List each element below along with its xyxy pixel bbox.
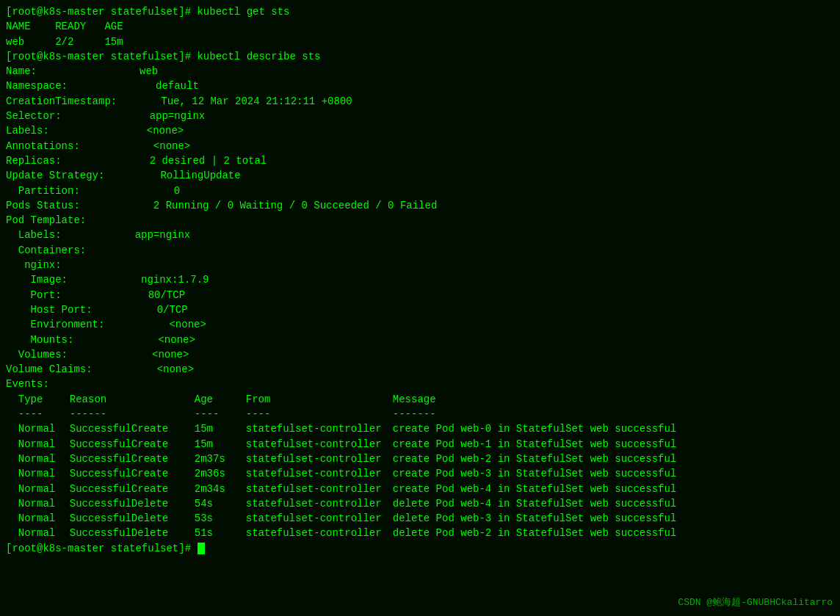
event-type: Normal bbox=[18, 526, 70, 540]
event-row: NormalSuccessfulDelete54sstatefulset-con… bbox=[6, 496, 834, 511]
event-age: 53s bbox=[195, 511, 246, 526]
creation-value: Tue, 12 Mar 2024 21:12:11 +0800 bbox=[161, 95, 352, 107]
event-from: statefulset-controller bbox=[246, 482, 393, 496]
describe-annotations: Annotations:<none> bbox=[6, 139, 834, 153]
volumes-line: Volumes:<none> bbox=[6, 347, 834, 362]
image-label: Image: bbox=[6, 274, 68, 286]
event-type: Normal bbox=[18, 496, 70, 511]
event-reason: SuccessfulDelete bbox=[70, 526, 195, 540]
event-message: delete Pod web-2 in StatefulSet web succ… bbox=[393, 527, 676, 539]
replicas-value: 2 desired | 2 total bbox=[150, 155, 267, 167]
environment-line: Environment:<none> bbox=[6, 317, 834, 332]
host-port-value: 0/TCP bbox=[157, 304, 188, 316]
name-label: Name: bbox=[6, 65, 37, 77]
pod-template-label: Pod Template: bbox=[6, 213, 834, 228]
event-from: statefulset-controller bbox=[246, 496, 393, 511]
cmd-get-sts: [root@k8s-master statefulset]# kubectl g… bbox=[6, 4, 834, 19]
event-type: Normal bbox=[18, 437, 70, 452]
selector-label: Selector: bbox=[6, 110, 62, 122]
event-age: 51s bbox=[195, 526, 246, 540]
partition-value: 0 bbox=[174, 185, 180, 197]
col-from-header: From bbox=[246, 392, 393, 407]
event-from: statefulset-controller bbox=[246, 511, 393, 526]
event-from: statefulset-controller bbox=[246, 421, 393, 436]
event-message: delete Pod web-4 in StatefulSet web succ… bbox=[393, 498, 676, 510]
cmd-describe-sts: [root@k8s-master statefulset]# kubectl d… bbox=[6, 49, 834, 64]
pods-status-label: Pods Status: bbox=[6, 200, 80, 211]
image-line: Image:nginx:1.7.9 bbox=[6, 272, 834, 287]
event-age: 15m bbox=[195, 421, 246, 436]
name-value: web bbox=[140, 65, 158, 77]
watermark: CSDN @鲍海超-GNUBHCkalitarro bbox=[678, 596, 833, 610]
nginx-label: nginx: bbox=[6, 258, 834, 272]
pod-labels-label: Labels: bbox=[6, 229, 62, 241]
event-row: NormalSuccessfulCreate2m36sstatefulset-c… bbox=[6, 466, 834, 481]
event-row: NormalSuccessfulCreate2m34sstatefulset-c… bbox=[6, 482, 834, 496]
event-reason: SuccessfulDelete bbox=[70, 511, 195, 526]
environment-label: Environment: bbox=[6, 319, 104, 330]
describe-pods-status: Pods Status:2 Running / 0 Waiting / 0 Su… bbox=[6, 198, 834, 213]
mounts-value: <none> bbox=[158, 334, 195, 346]
labels-value: <none> bbox=[147, 125, 184, 137]
col-age-sep: ---- bbox=[195, 407, 246, 421]
event-type: Normal bbox=[18, 482, 70, 496]
event-reason: SuccessfulCreate bbox=[70, 452, 195, 466]
volume-claims-label: Volume Claims: bbox=[6, 363, 93, 375]
event-row: NormalSuccessfulCreate15mstatefulset-con… bbox=[6, 421, 834, 436]
update-label: Update Strategy: bbox=[6, 170, 104, 181]
event-from: statefulset-controller bbox=[246, 466, 393, 481]
event-reason: SuccessfulCreate bbox=[70, 466, 195, 481]
event-age: 2m34s bbox=[195, 482, 246, 496]
pod-labels-value: app=nginx bbox=[135, 229, 191, 241]
col-message-sep: ------- bbox=[393, 408, 436, 420]
describe-labels: Labels:<none> bbox=[6, 123, 834, 138]
events-table-header: TypeReasonAgeFromMessage bbox=[6, 392, 834, 407]
event-type: Normal bbox=[18, 452, 70, 466]
event-message: create Pod web-1 in StatefulSet web succ… bbox=[393, 438, 676, 450]
update-value: RollingUpdate bbox=[160, 170, 240, 181]
event-message: create Pod web-2 in StatefulSet web succ… bbox=[393, 453, 676, 465]
host-port-label: Host Port: bbox=[6, 304, 93, 316]
annotations-label: Annotations: bbox=[6, 140, 80, 152]
events-label: Events: bbox=[6, 377, 834, 391]
namespace-label: Namespace: bbox=[6, 80, 68, 92]
volume-claims-value: <none> bbox=[157, 363, 194, 375]
image-value: nginx:1.7.9 bbox=[141, 274, 209, 286]
volume-claims-line: Volume Claims:<none> bbox=[6, 362, 834, 377]
get-sts-row: web 2/2 15m bbox=[6, 35, 834, 49]
event-message: create Pod web-3 in StatefulSet web succ… bbox=[393, 468, 676, 479]
port-line: Port:80/TCP bbox=[6, 288, 834, 302]
col-age-header: Age bbox=[195, 392, 246, 407]
col-reason-header: Reason bbox=[70, 392, 195, 407]
selector-value: app=nginx bbox=[150, 110, 206, 122]
col-reason-sep: ------ bbox=[70, 407, 195, 421]
describe-replicas: Replicas:2 desired | 2 total bbox=[6, 153, 834, 168]
environment-value: <none> bbox=[169, 319, 206, 330]
event-reason: SuccessfulCreate bbox=[70, 482, 195, 496]
event-from: statefulset-controller bbox=[246, 526, 393, 540]
pod-labels: Labels:app=nginx bbox=[6, 228, 834, 242]
event-type: Normal bbox=[18, 466, 70, 481]
event-age: 54s bbox=[195, 496, 246, 511]
get-sts-header: NAME READY AGE bbox=[6, 19, 834, 34]
labels-label: Labels: bbox=[6, 125, 49, 137]
col-type-sep: ---- bbox=[18, 407, 70, 421]
event-row: NormalSuccessfulDelete53sstatefulset-con… bbox=[6, 511, 834, 526]
describe-creation: CreationTimestamp:Tue, 12 Mar 2024 21:12… bbox=[6, 94, 834, 109]
creation-label: CreationTimestamp: bbox=[6, 95, 117, 107]
event-message: create Pod web-0 in StatefulSet web succ… bbox=[393, 423, 676, 435]
events-list: NormalSuccessfulCreate15mstatefulset-con… bbox=[6, 421, 834, 540]
col-message-header: Message bbox=[393, 394, 436, 405]
volumes-value: <none> bbox=[152, 349, 189, 360]
pods-status-value: 2 Running / 0 Waiting / 0 Succeeded / 0 … bbox=[153, 200, 437, 211]
describe-update: Update Strategy:RollingUpdate bbox=[6, 168, 834, 183]
event-reason: SuccessfulCreate bbox=[70, 421, 195, 436]
describe-partition: Partition:0 bbox=[6, 184, 834, 198]
event-reason: SuccessfulCreate bbox=[70, 437, 195, 452]
event-message: create Pod web-4 in StatefulSet web succ… bbox=[393, 483, 676, 495]
port-label: Port: bbox=[6, 289, 62, 301]
event-message: delete Pod web-3 in StatefulSet web succ… bbox=[393, 512, 676, 524]
port-value: 80/TCP bbox=[148, 289, 185, 301]
event-type: Normal bbox=[18, 421, 70, 436]
mounts-label: Mounts: bbox=[6, 334, 73, 346]
